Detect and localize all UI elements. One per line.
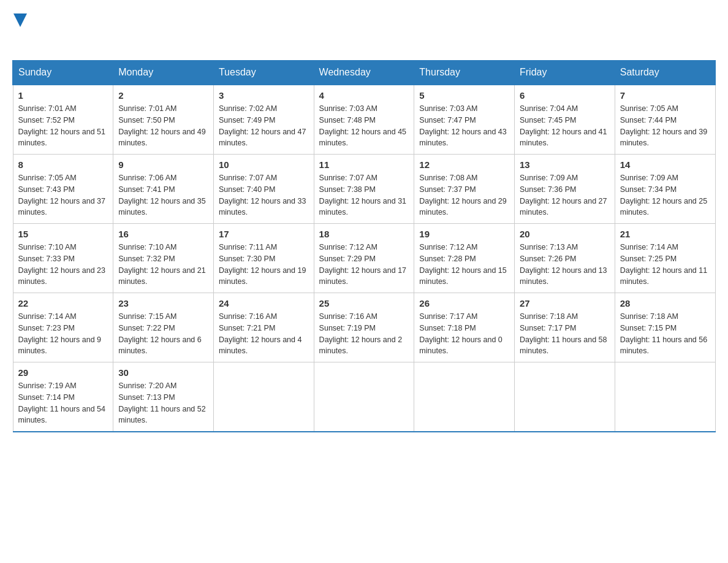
day-number: 7 bbox=[620, 90, 710, 101]
calendar-cell: 5Sunrise: 7:03 AMSunset: 7:47 PMDaylight… bbox=[414, 85, 515, 155]
weekday-header-monday: Monday bbox=[113, 61, 214, 85]
calendar-cell: 23Sunrise: 7:15 AMSunset: 7:22 PMDayligh… bbox=[113, 293, 214, 362]
calendar-cell: 2Sunrise: 7:01 AMSunset: 7:50 PMDaylight… bbox=[113, 85, 214, 155]
day-sun-info: Sunrise: 7:15 AMSunset: 7:22 PMDaylight:… bbox=[118, 311, 208, 357]
calendar-cell: 13Sunrise: 7:09 AMSunset: 7:36 PMDayligh… bbox=[515, 155, 615, 224]
calendar-cell: 27Sunrise: 7:18 AMSunset: 7:17 PMDayligh… bbox=[515, 293, 615, 362]
day-sun-info: Sunrise: 7:10 AMSunset: 7:33 PMDaylight:… bbox=[18, 242, 108, 288]
day-sun-info: Sunrise: 7:08 AMSunset: 7:37 PMDaylight:… bbox=[419, 172, 509, 218]
calendar-cell: 24Sunrise: 7:16 AMSunset: 7:21 PMDayligh… bbox=[213, 293, 314, 362]
day-number: 24 bbox=[219, 298, 309, 308]
calendar-cell: 7Sunrise: 7:05 AMSunset: 7:44 PMDaylight… bbox=[615, 85, 715, 155]
day-number: 28 bbox=[620, 298, 710, 308]
day-number: 2 bbox=[118, 90, 208, 101]
day-sun-info: Sunrise: 7:11 AMSunset: 7:30 PMDaylight:… bbox=[219, 242, 309, 288]
weekday-header-thursday: Thursday bbox=[414, 61, 515, 85]
day-sun-info: Sunrise: 7:01 AMSunset: 7:50 PMDaylight:… bbox=[118, 103, 208, 149]
calendar-cell: 15Sunrise: 7:10 AMSunset: 7:33 PMDayligh… bbox=[13, 224, 113, 293]
day-number: 27 bbox=[520, 298, 610, 308]
calendar-cell: 26Sunrise: 7:17 AMSunset: 7:18 PMDayligh… bbox=[414, 293, 515, 362]
calendar-header-row: SundayMondayTuesdayWednesdayThursdayFrid… bbox=[13, 61, 715, 85]
weekday-header-wednesday: Wednesday bbox=[314, 61, 414, 85]
calendar-cell: 16Sunrise: 7:10 AMSunset: 7:32 PMDayligh… bbox=[113, 224, 214, 293]
day-number: 22 bbox=[18, 298, 108, 308]
day-sun-info: Sunrise: 7:05 AMSunset: 7:44 PMDaylight:… bbox=[620, 103, 710, 149]
logo-blue-text bbox=[12, 27, 13, 47]
weekday-header-saturday: Saturday bbox=[615, 61, 715, 85]
day-sun-info: Sunrise: 7:20 AMSunset: 7:13 PMDaylight:… bbox=[118, 380, 208, 426]
day-number: 14 bbox=[620, 159, 710, 170]
day-sun-info: Sunrise: 7:10 AMSunset: 7:32 PMDaylight:… bbox=[118, 242, 208, 288]
day-sun-info: Sunrise: 7:19 AMSunset: 7:14 PMDaylight:… bbox=[18, 380, 108, 426]
logo bbox=[12, 12, 27, 48]
day-number: 30 bbox=[118, 367, 208, 378]
calendar-cell: 18Sunrise: 7:12 AMSunset: 7:29 PMDayligh… bbox=[314, 224, 414, 293]
day-number: 16 bbox=[118, 229, 208, 239]
day-number: 11 bbox=[319, 159, 409, 170]
calendar-cell: 6Sunrise: 7:04 AMSunset: 7:45 PMDaylight… bbox=[515, 85, 615, 155]
day-sun-info: Sunrise: 7:05 AMSunset: 7:43 PMDaylight:… bbox=[18, 172, 108, 218]
day-number: 13 bbox=[520, 159, 610, 170]
day-sun-info: Sunrise: 7:02 AMSunset: 7:49 PMDaylight:… bbox=[219, 103, 309, 149]
calendar-week-row: 15Sunrise: 7:10 AMSunset: 7:33 PMDayligh… bbox=[13, 224, 715, 293]
calendar-cell: 25Sunrise: 7:16 AMSunset: 7:19 PMDayligh… bbox=[314, 293, 414, 362]
calendar-cell: 22Sunrise: 7:14 AMSunset: 7:23 PMDayligh… bbox=[13, 293, 113, 362]
day-number: 12 bbox=[419, 159, 509, 170]
calendar-cell: 17Sunrise: 7:11 AMSunset: 7:30 PMDayligh… bbox=[213, 224, 314, 293]
day-sun-info: Sunrise: 7:14 AMSunset: 7:23 PMDaylight:… bbox=[18, 311, 108, 357]
calendar-cell: 21Sunrise: 7:14 AMSunset: 7:25 PMDayligh… bbox=[615, 224, 715, 293]
day-number: 1 bbox=[18, 90, 108, 101]
calendar-cell bbox=[515, 362, 615, 432]
calendar-week-row: 22Sunrise: 7:14 AMSunset: 7:23 PMDayligh… bbox=[13, 293, 715, 362]
day-number: 23 bbox=[118, 298, 208, 308]
day-number: 25 bbox=[319, 298, 409, 308]
day-sun-info: Sunrise: 7:12 AMSunset: 7:28 PMDaylight:… bbox=[419, 242, 509, 288]
weekday-header-sunday: Sunday bbox=[13, 61, 113, 85]
calendar-week-row: 8Sunrise: 7:05 AMSunset: 7:43 PMDaylight… bbox=[13, 155, 715, 224]
day-number: 4 bbox=[319, 90, 409, 101]
weekday-header-friday: Friday bbox=[515, 61, 615, 85]
calendar-cell: 1Sunrise: 7:01 AMSunset: 7:52 PMDaylight… bbox=[13, 85, 113, 155]
day-number: 29 bbox=[18, 367, 108, 378]
day-sun-info: Sunrise: 7:04 AMSunset: 7:45 PMDaylight:… bbox=[520, 103, 610, 149]
day-sun-info: Sunrise: 7:09 AMSunset: 7:36 PMDaylight:… bbox=[520, 172, 610, 218]
calendar-table: SundayMondayTuesdayWednesdayThursdayFrid… bbox=[12, 60, 716, 432]
calendar-cell: 3Sunrise: 7:02 AMSunset: 7:49 PMDaylight… bbox=[213, 85, 314, 155]
day-number: 17 bbox=[219, 229, 309, 239]
calendar-cell bbox=[615, 362, 715, 432]
day-number: 8 bbox=[18, 159, 108, 170]
day-number: 19 bbox=[419, 229, 509, 239]
day-number: 5 bbox=[419, 90, 509, 101]
day-number: 6 bbox=[520, 90, 610, 101]
calendar-cell bbox=[414, 362, 515, 432]
day-sun-info: Sunrise: 7:03 AMSunset: 7:48 PMDaylight:… bbox=[319, 103, 409, 149]
day-sun-info: Sunrise: 7:18 AMSunset: 7:15 PMDaylight:… bbox=[620, 311, 710, 357]
day-sun-info: Sunrise: 7:01 AMSunset: 7:52 PMDaylight:… bbox=[18, 103, 108, 149]
day-sun-info: Sunrise: 7:12 AMSunset: 7:29 PMDaylight:… bbox=[319, 242, 409, 288]
calendar-cell: 28Sunrise: 7:18 AMSunset: 7:15 PMDayligh… bbox=[615, 293, 715, 362]
day-number: 20 bbox=[520, 229, 610, 239]
calendar-cell: 9Sunrise: 7:06 AMSunset: 7:41 PMDaylight… bbox=[113, 155, 214, 224]
day-number: 3 bbox=[219, 90, 309, 101]
calendar-cell: 14Sunrise: 7:09 AMSunset: 7:34 PMDayligh… bbox=[615, 155, 715, 224]
day-sun-info: Sunrise: 7:18 AMSunset: 7:17 PMDaylight:… bbox=[520, 311, 610, 357]
calendar-cell bbox=[314, 362, 414, 432]
day-sun-info: Sunrise: 7:03 AMSunset: 7:47 PMDaylight:… bbox=[419, 103, 509, 149]
calendar-cell: 4Sunrise: 7:03 AMSunset: 7:48 PMDaylight… bbox=[314, 85, 414, 155]
calendar-cell: 8Sunrise: 7:05 AMSunset: 7:43 PMDaylight… bbox=[13, 155, 113, 224]
calendar-cell: 19Sunrise: 7:12 AMSunset: 7:28 PMDayligh… bbox=[414, 224, 515, 293]
calendar-cell: 30Sunrise: 7:20 AMSunset: 7:13 PMDayligh… bbox=[113, 362, 214, 432]
calendar-cell: 20Sunrise: 7:13 AMSunset: 7:26 PMDayligh… bbox=[515, 224, 615, 293]
day-number: 21 bbox=[620, 229, 710, 239]
day-number: 18 bbox=[319, 229, 409, 239]
day-number: 15 bbox=[18, 229, 108, 239]
calendar-cell: 29Sunrise: 7:19 AMSunset: 7:14 PMDayligh… bbox=[13, 362, 113, 432]
day-sun-info: Sunrise: 7:17 AMSunset: 7:18 PMDaylight:… bbox=[419, 311, 509, 357]
weekday-header-tuesday: Tuesday bbox=[213, 61, 314, 85]
page-header bbox=[12, 12, 716, 48]
day-sun-info: Sunrise: 7:16 AMSunset: 7:21 PMDaylight:… bbox=[219, 311, 309, 357]
calendar-cell: 10Sunrise: 7:07 AMSunset: 7:40 PMDayligh… bbox=[213, 155, 314, 224]
calendar-week-row: 29Sunrise: 7:19 AMSunset: 7:14 PMDayligh… bbox=[13, 362, 715, 432]
logo-arrow-icon bbox=[13, 13, 27, 27]
day-sun-info: Sunrise: 7:13 AMSunset: 7:26 PMDaylight:… bbox=[520, 242, 610, 288]
